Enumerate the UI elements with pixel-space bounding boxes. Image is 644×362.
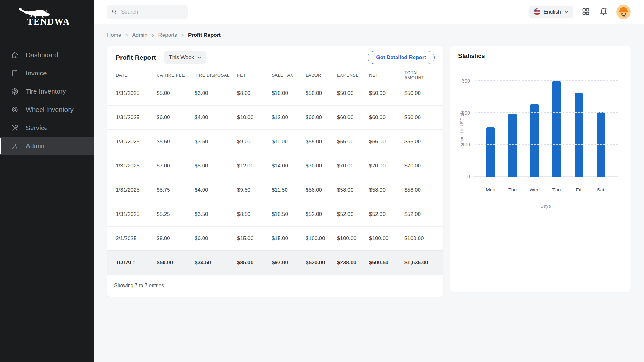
- table-cell: $50.00: [404, 90, 435, 96]
- cards-row: Profit Report This Week Get Detailed Rep…: [107, 46, 631, 297]
- table-body: 1/31/2025$5.00$3.00$8.00$10.00$50.00$50.…: [107, 81, 443, 250]
- table-cell: $14.00: [272, 163, 306, 169]
- table-cell: $58.00: [337, 187, 369, 193]
- bar-thu[interactable]: [552, 81, 561, 177]
- table-cell: $3.50: [195, 139, 237, 145]
- report-title: Profit Report: [116, 54, 156, 61]
- report-card-header: Profit Report This Week Get Detailed Rep…: [107, 46, 443, 69]
- notification-dot: [605, 8, 607, 10]
- period-filter-value: This Week: [169, 54, 194, 61]
- chevron-right-icon: [151, 33, 155, 37]
- table-cell: $9.00: [237, 139, 272, 145]
- user-icon: [11, 142, 19, 150]
- table-cell: $52.00: [404, 211, 435, 217]
- table-cell: $10.00: [237, 114, 272, 121]
- table-cell: 1/31/2025: [116, 211, 157, 217]
- sidebar-item-label: Tire Inventory: [26, 88, 66, 95]
- total-cell: $85.00: [237, 260, 272, 266]
- period-filter-dropdown[interactable]: This Week: [164, 51, 206, 64]
- bar-mon[interactable]: [486, 127, 495, 177]
- sidebar-item-admin[interactable]: Admin: [0, 137, 94, 155]
- table-cell: $58.00: [369, 187, 404, 193]
- table-cell: $8.50: [237, 211, 272, 217]
- y-tick-label: 200: [452, 110, 470, 116]
- total-cell: $97.00: [272, 260, 306, 266]
- y-axis-title: Amount in USD ($): [459, 111, 464, 146]
- language-selector[interactable]: English: [529, 6, 573, 18]
- table-cell: $7.00: [157, 163, 195, 169]
- table-cell: $55.00: [369, 139, 404, 145]
- column-header: LABOR: [306, 73, 337, 78]
- statistics-title: Statistics: [458, 52, 485, 59]
- profit-table: DATECA TIRE FEETIRE DISPOSALFETSALE TAXL…: [107, 69, 443, 275]
- total-cell: TOTAL:: [116, 260, 157, 266]
- table-cell: $10.00: [272, 90, 306, 96]
- apps-grid-button[interactable]: [581, 7, 591, 17]
- sidebar-item-label: Dashboard: [26, 51, 58, 59]
- search-input[interactable]: [121, 9, 178, 15]
- bar-wed[interactable]: [530, 104, 539, 177]
- table-cell: $55.00: [306, 139, 337, 145]
- sidebar-item-invoice[interactable]: Invoice: [0, 64, 94, 82]
- table-cell: $10.50: [272, 211, 306, 217]
- table-cell: $9.50: [237, 187, 272, 193]
- sidebar-item-service[interactable]: Service: [0, 119, 94, 137]
- table-cell: $5.75: [157, 187, 195, 193]
- x-axis-title: Days: [473, 204, 618, 209]
- table-cell: $12.00: [237, 163, 272, 169]
- gridline-200: [475, 112, 618, 113]
- worker-avatar-icon: [616, 5, 631, 19]
- breadcrumb-home[interactable]: Home: [107, 32, 121, 38]
- table-cell: $3.50: [195, 211, 237, 217]
- table-cell: $50.00: [337, 90, 369, 96]
- table-cell: $58.00: [306, 187, 337, 193]
- language-label: English: [543, 9, 561, 15]
- search-box[interactable]: [107, 5, 188, 19]
- table-cell: $4.00: [195, 114, 237, 121]
- table-cell: 1/31/2025: [116, 187, 157, 193]
- topbar: English: [94, 0, 644, 24]
- user-avatar[interactable]: [616, 5, 631, 19]
- table-cell: $70.00: [404, 163, 435, 169]
- table-cell: 1/31/2025: [116, 139, 157, 145]
- grid-icon: [581, 7, 590, 16]
- get-detailed-report-button[interactable]: Get Detailed Report: [368, 51, 435, 64]
- breadcrumb-admin[interactable]: Admin: [132, 32, 147, 38]
- bar-fri[interactable]: [575, 93, 583, 177]
- sidebar-item-wheel-inventory[interactable]: Wheel Inventory: [0, 101, 94, 119]
- table-cell: $5.50: [157, 139, 195, 145]
- home-icon: [11, 51, 19, 59]
- table-row: 1/31/2025$6.00$4.00$10.00$12.00$60.00$60…: [107, 105, 443, 129]
- breadcrumb-reports[interactable]: Reports: [158, 32, 177, 38]
- column-header: EXPENSE: [337, 73, 369, 78]
- table-cell: $15.00: [237, 235, 272, 242]
- sidebar-item-dashboard[interactable]: Dashboard: [0, 46, 94, 64]
- brand-wordmark: TENDWA: [27, 16, 70, 27]
- x-tick-label: Thu: [552, 187, 561, 193]
- total-cell: $1,635.00: [404, 260, 435, 266]
- x-tick-thu: Thu: [552, 187, 561, 193]
- table-cell: $50.00: [306, 90, 337, 96]
- total-cell: $238.00: [337, 260, 369, 266]
- x-tick-label: Fri: [576, 187, 581, 193]
- table-cell: $70.00: [337, 163, 369, 169]
- notifications-button[interactable]: [599, 7, 608, 17]
- statistics-card: Statistics Amount in USD ($) 0100200300 …: [450, 46, 631, 292]
- brand-logo[interactable]: TENDWA: [0, 0, 94, 37]
- column-header: TIRE DISPOSAL: [195, 73, 237, 78]
- table-row: 1/31/2025$5.75$4.00$9.50$11.50$58.00$58.…: [107, 178, 443, 202]
- table-header-row: DATECA TIRE FEETIRE DISPOSALFETSALE TAXL…: [107, 69, 443, 81]
- x-tick-label: Mon: [486, 187, 495, 193]
- table-row: 2/1/2025$8.00$6.00$15.00$15.00$100.00$10…: [107, 226, 443, 250]
- table-cell: $5.00: [157, 90, 195, 96]
- sidebar-item-tire-inventory[interactable]: Tire Inventory: [0, 82, 94, 101]
- bar-tue[interactable]: [508, 114, 517, 177]
- table-row: 1/31/2025$5.00$3.00$8.00$10.00$50.00$50.…: [107, 81, 443, 105]
- sidebar-item-label: Admin: [26, 142, 45, 150]
- invoice-icon: [11, 69, 19, 77]
- topbar-actions: English: [529, 5, 631, 19]
- search-icon: [111, 9, 117, 15]
- table-cell: $5.00: [195, 163, 237, 169]
- table-cell: $6.00: [195, 235, 237, 242]
- gridline-300: [475, 80, 618, 81]
